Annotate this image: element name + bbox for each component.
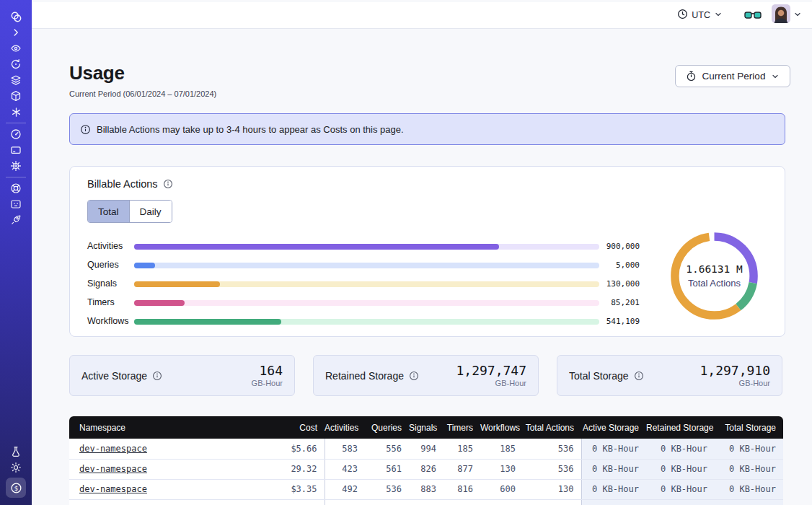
col-header-workflows[interactable]: Workflows — [480, 416, 523, 439]
cell-queries: 536 — [365, 479, 409, 499]
timezone-label: UTC — [692, 10, 710, 20]
tab-total[interactable]: Total — [88, 201, 129, 222]
bar-row-queries: Queries 5,000 — [70, 256, 668, 275]
namespace-link[interactable]: dev-namespace — [79, 444, 147, 454]
chevron-right-icon[interactable] — [0, 25, 32, 40]
donut-center: 1.66131 M Total Actions — [667, 263, 762, 289]
layers-icon[interactable] — [0, 72, 32, 88]
flask-icon[interactable] — [0, 444, 32, 460]
info-icon — [80, 124, 91, 135]
namespace-link[interactable]: dev-namespace — [79, 464, 147, 474]
col-header-total-actions[interactable]: Total Actions — [523, 416, 581, 439]
stat-unit: GB-Hour — [252, 379, 283, 387]
cell-total-storage: 0 KB-Hour — [715, 479, 783, 499]
bar-track — [134, 281, 599, 287]
col-header-signals[interactable]: Signals — [409, 416, 443, 439]
bar-track — [134, 300, 599, 306]
temporal-logo-icon[interactable] — [0, 9, 32, 25]
cell-cost: $3.35 — [262, 479, 325, 499]
console-icon[interactable] — [0, 196, 32, 212]
cell-total-storage: 0 KB-Hour — [715, 459, 783, 479]
cell-activities: 583 — [325, 439, 365, 459]
bar-fill — [134, 300, 185, 306]
info-icon[interactable] — [634, 371, 644, 381]
stat-label: Retained Storage — [325, 370, 419, 382]
cell-workflows: 600 — [480, 479, 523, 499]
history-icon[interactable] — [0, 56, 32, 72]
glasses-icon[interactable] — [744, 10, 762, 21]
cell-active-storage: 0 KB-Hour — [581, 459, 646, 479]
tab-daily[interactable]: Daily — [129, 201, 172, 222]
col-header-total-storage[interactable]: Total Storage — [715, 416, 783, 439]
gauge-icon[interactable] — [0, 126, 32, 142]
bar-track — [134, 263, 599, 268]
bar-label: Activities — [87, 241, 123, 251]
col-header-activities[interactable]: Activities — [325, 416, 365, 439]
sidebar-divider — [6, 123, 26, 123]
timezone-selector[interactable]: UTC — [677, 9, 723, 22]
dollar-icon[interactable]: $ — [6, 478, 26, 498]
lifebuoy-icon[interactable] — [0, 180, 32, 196]
stat-value: 1,297,747 — [456, 364, 526, 378]
stat-label: Total Storage — [569, 370, 644, 382]
cell-active-storage: 0 KB-Hour — [581, 439, 646, 459]
table-row-partial — [69, 499, 783, 505]
cell-timers: 877 — [443, 459, 480, 479]
col-header-timers[interactable]: Timers — [443, 416, 480, 439]
bar-fill — [134, 244, 499, 250]
cell-active-storage: 0 KB-Hour — [581, 479, 646, 499]
usage-page: $ UTC Usage Current Period (06/01/ — [0, 0, 812, 505]
cell-activities: 423 — [325, 459, 365, 479]
period-selector-button[interactable]: Current Period — [675, 65, 790, 87]
table-row: dev-namespace $5.66 583 556 994 185 185 … — [69, 439, 783, 459]
page-subtitle: Current Period (06/01/2024 – 07/01/2024) — [69, 89, 216, 98]
topbar: UTC — [32, 2, 812, 29]
bar-value: 130,000 — [568, 279, 640, 289]
avatar — [772, 4, 790, 26]
col-header-retained-storage[interactable]: Retained Storage — [646, 416, 715, 439]
col-header-cost[interactable]: Cost — [262, 416, 325, 439]
cell-queries: 561 — [365, 459, 409, 479]
bar-row-timers: Timers 85,201 — [70, 294, 668, 312]
cell-timers: 816 — [443, 479, 480, 499]
cube-icon[interactable] — [0, 88, 32, 104]
info-icon[interactable] — [152, 371, 162, 381]
cell-total-actions: 536 — [523, 459, 581, 479]
billable-view-tabs: Total Daily — [87, 200, 172, 223]
namespace-usage-table: Namespace Cost Activities Queries Signal… — [69, 416, 783, 505]
namespace-link[interactable]: dev-namespace — [79, 484, 147, 494]
cell-signals: 994 — [409, 439, 443, 459]
cell-total-actions: 536 — [523, 439, 581, 459]
bar-track — [134, 244, 599, 250]
bar-fill — [134, 319, 281, 325]
bar-label: Timers — [87, 297, 115, 307]
info-icon[interactable] — [409, 371, 419, 381]
bar-value: 900,000 — [568, 242, 640, 251]
col-header-active-storage[interactable]: Active Storage — [581, 416, 646, 439]
col-header-namespace[interactable]: Namespace — [69, 416, 262, 439]
sidebar: $ — [0, 0, 32, 505]
period-selector-label: Current Period — [702, 71, 766, 82]
chevron-down-icon — [793, 9, 802, 22]
info-icon[interactable] — [163, 179, 173, 189]
bar-fill — [134, 263, 155, 268]
user-menu[interactable] — [772, 4, 802, 26]
sun-icon[interactable] — [0, 460, 32, 475]
chevron-down-icon — [714, 9, 723, 22]
cell-workflows: 185 — [480, 439, 523, 459]
asterisk-icon[interactable] — [0, 104, 32, 120]
bar-label: Signals — [87, 278, 117, 289]
col-header-queries[interactable]: Queries — [365, 416, 409, 439]
credit-card-icon[interactable] — [0, 142, 32, 158]
cell-total-actions: 130 — [523, 479, 581, 499]
total-actions-label: Total Actions — [667, 278, 762, 289]
rocket-icon[interactable] — [0, 212, 32, 228]
total-storage-card: Total Storage 1,297,910 GB-Hour — [557, 355, 782, 396]
info-banner: Billable Actions may take up to 3-4 hour… — [69, 113, 785, 145]
billable-bar-chart: Activities 900,000 Queries 5,000 Signals… — [70, 237, 668, 331]
gear-icon[interactable] — [0, 158, 32, 174]
eye-icon[interactable] — [0, 40, 32, 56]
stopwatch-icon — [686, 71, 697, 82]
cell-queries: 556 — [365, 439, 409, 459]
bar-value: 541,109 — [568, 317, 640, 326]
